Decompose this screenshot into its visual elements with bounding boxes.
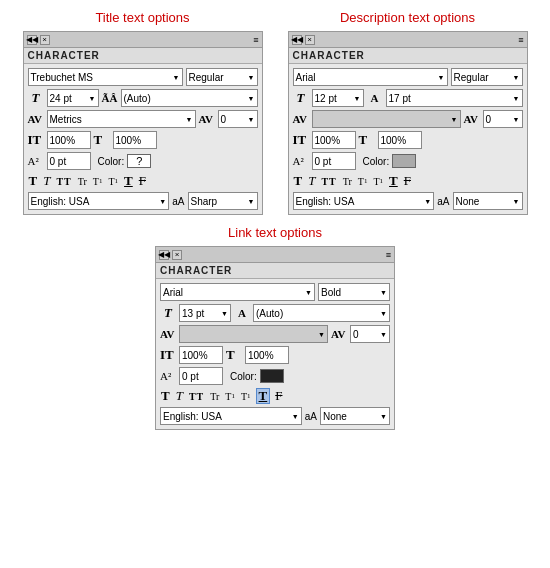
link-leading-icon: A: [234, 307, 250, 319]
link-font-name-dropdown[interactable]: Arial ▼: [160, 283, 315, 301]
double-arrow-icon[interactable]: ◀◀: [27, 35, 37, 45]
link-t-italic-btn[interactable]: T: [175, 388, 184, 404]
link-panel-character-label: CHARACTER: [156, 263, 394, 279]
t-sub-btn[interactable]: T1: [107, 173, 119, 189]
link-lang-dropdown[interactable]: English: USA ▼: [160, 407, 302, 425]
link-track-dropdown[interactable]: 0 ▼: [350, 325, 390, 343]
desc-color-swatch[interactable]: [392, 154, 416, 168]
link-color-swatch[interactable]: [260, 369, 284, 383]
panel-menu-icon[interactable]: ≡: [253, 35, 258, 45]
desc-vscale-field[interactable]: 100%: [312, 131, 356, 149]
anti-dropdown[interactable]: Sharp ▼: [188, 192, 258, 210]
link-leading-dropdown[interactable]: (Auto) ▼: [253, 304, 390, 322]
desc-tt-allcaps-btn[interactable]: TT: [320, 173, 337, 189]
link-double-arrow-icon[interactable]: ◀◀: [159, 250, 169, 260]
baseline-field[interactable]: 0 pt: [47, 152, 91, 170]
font-style-dropdown[interactable]: Regular ▼: [186, 68, 258, 86]
desc-track-value: 0: [486, 114, 492, 125]
desc-close-icon[interactable]: ×: [305, 35, 315, 45]
t-italic-btn[interactable]: T: [42, 173, 51, 189]
kern-dropdown[interactable]: Metrics ▼: [47, 110, 196, 128]
desc-t-strike-btn[interactable]: F: [403, 173, 412, 189]
link-anti-dropdown[interactable]: None ▼: [320, 407, 390, 425]
desc-font-style-row: Arial ▼ Regular ▼: [293, 68, 523, 86]
desc-hscale-field[interactable]: 100%: [378, 131, 422, 149]
link-panel-titlebar: ◀◀ × ≡: [156, 247, 394, 263]
lang-dropdown[interactable]: English: USA ▼: [28, 192, 170, 210]
link-vscale-value: 100%: [182, 350, 208, 361]
size-value: 24 pt: [50, 93, 72, 104]
link-typo-row: T T TT Tr T1 T1 T F: [160, 388, 390, 404]
track-icon: AV: [199, 113, 215, 125]
desc-kern-icon: AV: [293, 113, 309, 125]
desc-kern-arrow: ▼: [451, 116, 458, 123]
desc-baseline-field[interactable]: 0 pt: [312, 152, 356, 170]
desc-track-dropdown[interactable]: 0 ▼: [483, 110, 523, 128]
desc-t-underline-btn[interactable]: T: [388, 173, 399, 189]
leading-arrow: ▼: [248, 95, 255, 102]
tt-allcaps-btn[interactable]: TT: [55, 173, 72, 189]
link-t-sub-btn[interactable]: T1: [240, 388, 252, 404]
desc-size-dropdown[interactable]: 12 pt ▼: [312, 89, 364, 107]
leading-dropdown[interactable]: (Auto) ▼: [121, 89, 258, 107]
desc-panel-menu-icon[interactable]: ≡: [518, 35, 523, 45]
anti-arrow: ▼: [248, 198, 255, 205]
desc-kern-dropdown[interactable]: ▼: [312, 110, 461, 128]
t-underline-btn[interactable]: T: [123, 173, 134, 189]
desc-double-arrow-icon[interactable]: ◀◀: [292, 35, 302, 45]
desc-font-name-dropdown[interactable]: Arial ▼: [293, 68, 448, 86]
link-kern-dropdown[interactable]: ▼: [179, 325, 328, 343]
typo-row: T T TT Tr T1 T1 T F: [28, 173, 258, 189]
track-dropdown[interactable]: 0 ▼: [218, 110, 258, 128]
link-baseline-value: 0 pt: [182, 371, 199, 382]
link-track-icon: AV: [331, 328, 347, 340]
vscale-field[interactable]: 100%: [47, 131, 91, 149]
kern-value: Metrics: [50, 114, 82, 125]
desc-font-name-value: Arial: [296, 72, 316, 83]
t-strike-btn[interactable]: F: [138, 173, 147, 189]
desc-t-smallcaps-btn[interactable]: Tr: [342, 173, 353, 189]
link-size-dropdown[interactable]: 13 pt ▼: [179, 304, 231, 322]
desc-t-sub-btn[interactable]: T1: [372, 173, 384, 189]
track-arrow: ▼: [248, 116, 255, 123]
t-super-btn[interactable]: T1: [92, 173, 104, 189]
hscale-field[interactable]: 100%: [113, 131, 157, 149]
link-tt-allcaps-btn[interactable]: TT: [188, 388, 205, 404]
title-section: Title text options ◀◀ × ≡ CHARACTER: [23, 10, 263, 215]
link-t-normal-btn[interactable]: T: [160, 388, 171, 404]
size-dropdown[interactable]: 24 pt ▼: [47, 89, 99, 107]
link-kern-arrow: ▼: [318, 331, 325, 338]
color-swatch[interactable]: ?: [127, 154, 151, 168]
link-hscale-field[interactable]: 100%: [245, 346, 289, 364]
desc-titlebar-controls: ◀◀ ×: [292, 35, 315, 45]
link-t-super-btn[interactable]: T1: [224, 388, 236, 404]
link-size-leading-row: T 13 pt ▼ A (Auto) ▼: [160, 304, 390, 322]
link-t-strike-btn[interactable]: F: [274, 388, 283, 404]
font-name-dropdown[interactable]: Trebuchet MS ▼: [28, 68, 183, 86]
link-panel-menu-icon[interactable]: ≡: [386, 250, 391, 260]
desc-leading-value: 17 pt: [389, 93, 411, 104]
desc-hscale-value: 100%: [381, 135, 407, 146]
desc-color-label: Color:: [363, 156, 390, 167]
close-icon[interactable]: ×: [40, 35, 50, 45]
link-t-underline-btn[interactable]: T: [256, 388, 271, 404]
desc-anti-dropdown[interactable]: None ▼: [453, 192, 523, 210]
t-smallcaps-btn[interactable]: Tr: [77, 173, 88, 189]
desc-t-super-btn[interactable]: T1: [357, 173, 369, 189]
t-normal-btn[interactable]: T: [28, 173, 39, 189]
color-char: ?: [136, 155, 142, 167]
desc-t-italic-btn[interactable]: T: [307, 173, 316, 189]
link-vscale-field[interactable]: 100%: [179, 346, 223, 364]
link-t-smallcaps-btn[interactable]: Tr: [209, 388, 220, 404]
font-style-arrow: ▼: [248, 74, 255, 81]
link-close-icon[interactable]: ×: [172, 250, 182, 260]
desc-font-style-dropdown[interactable]: Regular ▼: [451, 68, 523, 86]
desc-lang-dropdown[interactable]: English: USA ▼: [293, 192, 435, 210]
link-font-style-dropdown[interactable]: Bold ▼: [318, 283, 390, 301]
link-track-value: 0: [353, 329, 359, 340]
link-baseline-field[interactable]: 0 pt: [179, 367, 223, 385]
font-name-value: Trebuchet MS: [31, 72, 93, 83]
desc-t-normal-btn[interactable]: T: [293, 173, 304, 189]
desc-leading-dropdown[interactable]: 17 pt ▼: [386, 89, 523, 107]
link-aa-label: aA: [305, 411, 317, 422]
